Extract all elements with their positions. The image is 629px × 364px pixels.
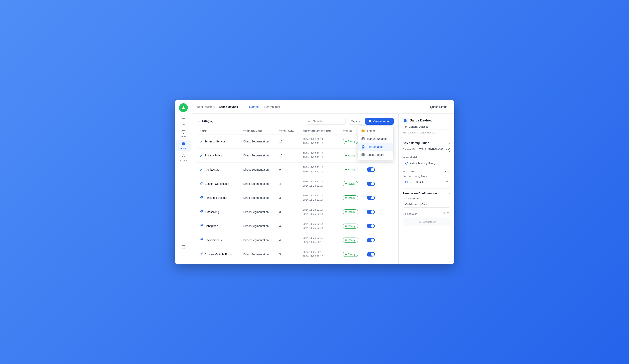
collaborator-add-icon[interactable]	[447, 212, 450, 216]
create-import-button[interactable]: Create/Import	[365, 118, 394, 125]
more-actions-button[interactable]: ···	[383, 167, 389, 172]
sidebar-item-chat[interactable]: Chat	[176, 116, 191, 127]
more-actions-button[interactable]: ···	[383, 251, 389, 257]
actions-cell: ···	[380, 163, 394, 177]
no-collaborator-box: No Collaborator	[403, 218, 450, 226]
permission-config-section[interactable]: Permission Configuration ▲	[403, 189, 450, 197]
collaborator-header: Collaborator ⚙	[403, 210, 450, 218]
dropdown-manual-dataset[interactable]: Manual Dataset	[358, 135, 393, 143]
basic-config-section[interactable]: Basic Configuration ▲	[403, 139, 450, 146]
training-mode-cell: Direct Segmentation	[241, 205, 277, 219]
enabled-toggle[interactable]	[367, 252, 375, 256]
table-row: Expose Multiple Ports Direct Segmentatio…	[197, 247, 394, 260]
time-cell: 2024-11-25 22:142024-11-25 22:14	[300, 205, 340, 219]
more-actions-button[interactable]: ···	[383, 223, 389, 229]
link-icon	[200, 238, 203, 242]
enabled-toggle[interactable]	[367, 238, 375, 242]
dataset-id-row: Dataset ID 67448427b1b3ba6631dca0c3	[403, 146, 450, 155]
sidebar-item-account[interactable]: Account	[176, 152, 191, 163]
table-row: Architecture Direct Segmentation 9 2024-…	[197, 163, 394, 177]
table-row: Persistent Volume Direct Segmentation 3 …	[197, 191, 394, 205]
enabled-toggle[interactable]	[367, 224, 375, 228]
file-name-cell[interactable]: Persistent Volume	[200, 196, 238, 200]
table-row: Environments Direct Segmentation 4 2024-…	[197, 233, 394, 247]
sidebar-item-studio-label: Studio	[180, 135, 186, 138]
edit-icon[interactable]: ✎	[433, 119, 436, 122]
header: Root Directory / Sailos Devbox Dataset S…	[192, 100, 454, 114]
max-token-label: Max Token	[403, 170, 415, 173]
breadcrumb-separator: /	[216, 105, 217, 109]
file-title: File(57)	[197, 119, 213, 123]
file-name-cell[interactable]: Autoscaling	[200, 210, 238, 214]
more-actions-button[interactable]: ···	[383, 209, 389, 215]
total-data-cell: 4	[277, 177, 300, 191]
enabled-cell	[364, 205, 380, 219]
status-badge: Ready	[343, 209, 358, 214]
file-processing-model-select[interactable]: GPT-4o-mini ▾	[403, 179, 450, 185]
status-cell: Ready	[340, 163, 364, 177]
panel-title-row: Sailos Devbox ✎	[403, 118, 450, 123]
sidebar-item-studio[interactable]: Studio	[176, 128, 191, 139]
link-icon	[200, 182, 203, 186]
breadcrumb-root[interactable]: Root Directory	[197, 105, 215, 109]
svg-rect-23	[406, 126, 407, 128]
panel-icon	[403, 118, 408, 123]
studio-icon	[181, 130, 186, 134]
file-name-cell[interactable]: ConfigMap	[200, 224, 238, 228]
dropdown-folder[interactable]: Folder	[358, 127, 393, 135]
status-dot	[345, 169, 347, 170]
default-permission-select[interactable]: Collaborators Only ▾	[403, 201, 450, 208]
more-actions-button[interactable]: ···	[383, 237, 389, 243]
dropdown-table-dataset[interactable]: Table Dataset	[358, 151, 393, 159]
file-name-cell[interactable]: Custom Certificates	[200, 182, 238, 186]
enabled-toggle[interactable]	[367, 210, 375, 214]
enabled-toggle[interactable]	[367, 182, 375, 186]
tags-button[interactable]: Tags ▾	[348, 118, 363, 125]
sidebar-item-account-label: Account	[179, 159, 187, 162]
sidebar-item-book[interactable]	[176, 243, 191, 251]
enabled-toggle[interactable]	[367, 196, 375, 200]
queue-status-button[interactable]: Queue Status	[422, 104, 450, 110]
search-box	[306, 118, 346, 125]
index-model-select[interactable]: text-embedding-3-large ▾	[403, 160, 450, 166]
file-name-cell[interactable]: Terms of Service	[200, 139, 238, 143]
link-icon	[200, 154, 203, 157]
no-collaborator-text: No Collaborator	[417, 220, 436, 223]
sidebar-item-datasets[interactable]: Datasets	[176, 140, 191, 151]
more-actions-button[interactable]: ···	[383, 195, 389, 201]
training-mode-cell: Direct Segmentation	[241, 163, 277, 177]
sidebar-item-datasets-label: Datasets	[179, 147, 188, 150]
col-total-data: Total Data	[277, 128, 300, 134]
sidebar-item-github[interactable]	[176, 253, 191, 261]
file-processing-model-wrap: File Processing Model GPT-4o-mini ▾	[403, 174, 450, 185]
status-cell: Ready	[340, 233, 364, 247]
col-training-mode: Training Mode	[241, 128, 277, 134]
file-name-cell[interactable]: Environments	[200, 238, 238, 242]
training-mode-cell: Direct Segmentation	[241, 134, 277, 149]
enabled-toggle[interactable]	[367, 167, 375, 172]
link-icon	[200, 224, 203, 228]
search-input[interactable]	[306, 118, 346, 125]
tab-search-test[interactable]: Search Test	[264, 104, 280, 109]
link-icon	[200, 252, 203, 256]
divider-2	[403, 188, 450, 189]
svg-point-3	[183, 155, 184, 156]
collaborator-settings-icon[interactable]: ⚙	[442, 212, 445, 216]
file-name-cell[interactable]: Privacy Policy	[200, 154, 238, 157]
training-mode-cell: Direct Segmentation	[241, 191, 277, 205]
more-actions-button[interactable]: ···	[383, 181, 389, 187]
actions-cell: ···	[380, 205, 394, 219]
search-icon	[308, 120, 311, 123]
text-dataset-icon	[361, 145, 365, 149]
col-name: Name	[197, 128, 241, 134]
permission-config-title: Permission Configuration	[403, 192, 437, 195]
basic-config-chevron: ▲	[448, 142, 450, 144]
user-avatar[interactable]	[179, 103, 188, 112]
file-name-cell[interactable]: Expose Multiple Ports	[200, 252, 238, 256]
enabled-cell	[364, 191, 380, 205]
queue-icon	[425, 105, 428, 109]
dropdown-text-dataset[interactable]: Text Dataset	[358, 143, 393, 151]
tab-dataset[interactable]: Dataset	[249, 104, 260, 109]
file-name-cell[interactable]: Architecture	[200, 168, 238, 171]
col-creation-time: Creation/Update Time	[300, 128, 340, 134]
